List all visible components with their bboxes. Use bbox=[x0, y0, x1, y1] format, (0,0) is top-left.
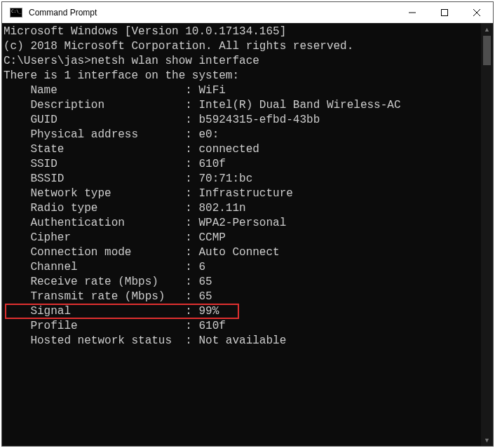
app-icon bbox=[6, 6, 26, 20]
field-cipher: Cipher : CCMP bbox=[4, 231, 481, 245]
window-title: Command Prompt bbox=[29, 8, 97, 18]
field-description: Description : Intel(R) Dual Band Wireles… bbox=[4, 98, 481, 113]
field-radio-type: Radio type : 802.11n bbox=[4, 201, 481, 216]
svg-line-3 bbox=[473, 9, 480, 16]
close-button[interactable] bbox=[461, 2, 493, 23]
field-connection-mode: Connection mode : Auto Connect bbox=[4, 245, 481, 260]
maximize-button[interactable] bbox=[428, 2, 461, 23]
field-network-type: Network type : Infrastructure bbox=[4, 186, 481, 201]
field-guid: GUID : b5924315-efbd-43bb bbox=[4, 113, 481, 128]
vertical-scrollbar[interactable]: ▲ ▼ bbox=[481, 23, 493, 446]
scroll-up-button[interactable]: ▲ bbox=[481, 23, 493, 35]
terminal-area: Microsoft Windows [Version 10.0.17134.16… bbox=[2, 23, 493, 446]
field-bssid: BSSID : 70:71:bc bbox=[4, 172, 481, 186]
field-ssid: SSID : 610f bbox=[4, 157, 481, 172]
field-receive-rate-mbps-: Receive rate (Mbps) : 65 bbox=[4, 275, 481, 290]
field-signal: Signal : 99% bbox=[4, 304, 481, 319]
prompt-line: C:\Users\jas>netsh wlan show interface bbox=[4, 54, 481, 69]
command-prompt-window: Command Prompt Microsoft Windows [Versio… bbox=[1, 1, 494, 447]
terminal-output[interactable]: Microsoft Windows [Version 10.0.17134.16… bbox=[2, 23, 481, 446]
field-name: Name : WiFi bbox=[4, 83, 481, 98]
terminal-icon bbox=[10, 8, 22, 18]
scroll-down-button[interactable]: ▼ bbox=[481, 434, 493, 446]
minimize-button[interactable] bbox=[396, 2, 428, 23]
svg-line-2 bbox=[473, 9, 480, 16]
intro-line: There is 1 interface on the system: bbox=[4, 69, 481, 83]
field-transmit-rate-mbps-: Transmit rate (Mbps) : 65 bbox=[4, 290, 481, 304]
version-line: Microsoft Windows [Version 10.0.17134.16… bbox=[4, 25, 481, 39]
field-physical-address: Physical address : e0: bbox=[4, 128, 481, 142]
field-profile: Profile : 610f bbox=[4, 319, 481, 334]
svg-rect-1 bbox=[442, 9, 448, 15]
titlebar[interactable]: Command Prompt bbox=[2, 2, 493, 23]
field-channel: Channel : 6 bbox=[4, 260, 481, 275]
copyright-line: (c) 2018 Microsoft Corporation. All righ… bbox=[4, 39, 481, 54]
hosted-network-line: Hosted network status : Not available bbox=[4, 334, 481, 348]
field-authentication: Authentication : WPA2-Personal bbox=[4, 216, 481, 231]
scroll-thumb[interactable] bbox=[483, 36, 491, 65]
field-state: State : connected bbox=[4, 142, 481, 157]
